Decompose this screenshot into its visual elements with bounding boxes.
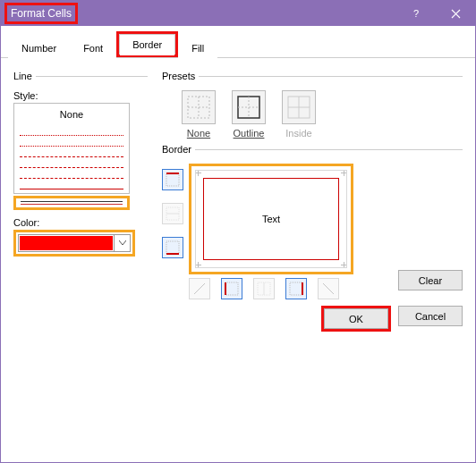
dialog-body: Line Style: None Color:: [1, 58, 475, 344]
line-style-dashdot[interactable]: [20, 161, 123, 168]
preset-none[interactable]: None: [182, 90, 216, 139]
format-cells-dialog: Format Cells ? Number Font Border Fill L…: [0, 0, 476, 463]
presets-group-label: Presets: [162, 71, 199, 81]
svg-rect-9: [166, 173, 179, 186]
clear-button[interactable]: Clear: [398, 270, 463, 290]
title-bar: Format Cells ?: [1, 1, 475, 26]
chevron-down-icon[interactable]: [114, 235, 130, 251]
line-style-dotted-2[interactable]: [20, 139, 123, 147]
color-swatch: [20, 236, 113, 250]
presets-group: Presets None Outline: [162, 71, 463, 139]
style-label: Style:: [13, 90, 148, 101]
line-style-dash-2[interactable]: [20, 172, 123, 179]
color-label: Color:: [13, 217, 148, 228]
preset-inside-icon: [282, 90, 316, 124]
svg-line-15: [194, 283, 205, 294]
line-group: Line Style: None Color:: [13, 71, 148, 257]
line-style-list[interactable]: None: [13, 103, 130, 194]
line-style-dash[interactable]: [20, 150, 123, 157]
tab-font[interactable]: Font: [70, 38, 116, 58]
tab-strip: Number Font Border Fill: [1, 26, 475, 58]
svg-rect-20: [290, 282, 302, 295]
line-style-none[interactable]: None: [14, 104, 129, 125]
tab-border[interactable]: Border: [119, 34, 175, 55]
border-horizontal-button: [162, 203, 183, 224]
line-style-selected[interactable]: [13, 196, 130, 210]
svg-rect-13: [166, 241, 179, 254]
line-group-label: Line: [13, 71, 36, 81]
dialog-footer: OK Cancel: [321, 306, 463, 332]
border-left-button[interactable]: [221, 278, 242, 299]
svg-rect-16: [225, 282, 238, 295]
border-group-label: Border: [162, 144, 195, 155]
svg-line-22: [323, 283, 334, 294]
tab-fill[interactable]: Fill: [178, 38, 217, 58]
close-button[interactable]: [436, 1, 475, 26]
help-button[interactable]: ?: [396, 1, 436, 26]
color-picker[interactable]: [18, 234, 131, 252]
border-top-button[interactable]: [162, 169, 183, 190]
tab-number[interactable]: Number: [8, 38, 70, 58]
border-preview[interactable]: Text: [195, 170, 347, 268]
preset-outline-icon: [232, 90, 266, 124]
preset-inside: Inside: [282, 90, 316, 139]
preset-outline[interactable]: Outline: [232, 90, 266, 139]
window-title: Format Cells: [11, 7, 72, 20]
preset-none-icon: [182, 90, 216, 124]
line-style-solid[interactable]: [20, 182, 123, 189]
ok-button[interactable]: OK: [324, 308, 388, 329]
border-diag-down-button[interactable]: [318, 278, 339, 299]
cancel-button[interactable]: Cancel: [398, 306, 463, 326]
border-diag-up-button[interactable]: [189, 278, 210, 299]
border-vertical-button: [253, 278, 275, 299]
border-bottom-button[interactable]: [162, 237, 183, 258]
line-style-dotted[interactable]: [20, 129, 123, 136]
border-right-button[interactable]: [285, 278, 307, 299]
